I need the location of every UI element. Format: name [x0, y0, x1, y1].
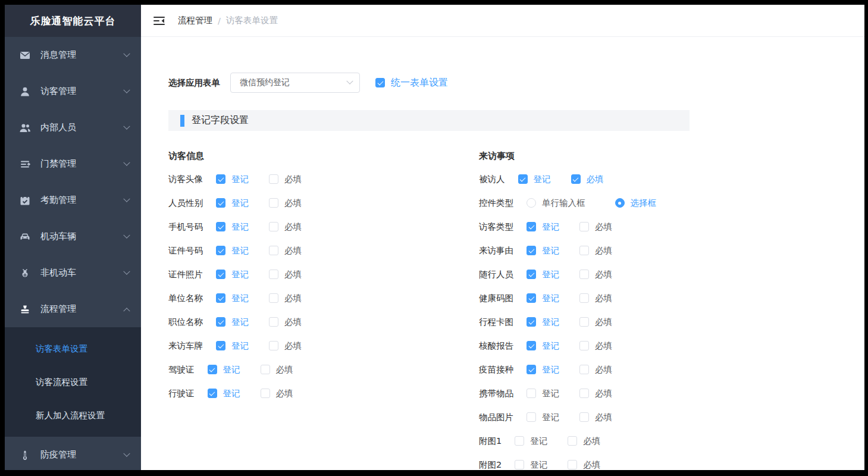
required-checkbox-group[interactable]: 必填 — [579, 317, 612, 328]
register-checkbox[interactable] — [527, 270, 536, 279]
required-checkbox[interactable] — [261, 389, 270, 398]
required-checkbox[interactable] — [579, 341, 589, 350]
required-checkbox-group[interactable]: 必填 — [579, 364, 612, 375]
register-checkbox-group[interactable]: 登记 — [518, 174, 551, 185]
register-checkbox-group[interactable]: 登记 — [527, 340, 559, 352]
required-checkbox[interactable] — [568, 436, 577, 446]
required-checkbox[interactable] — [579, 270, 589, 279]
required-checkbox-group[interactable]: 必填 — [568, 459, 600, 471]
breadcrumb-item-process[interactable]: 流程管理 — [178, 15, 212, 26]
register-checkbox-group[interactable]: 登记 — [527, 293, 559, 304]
required-checkbox[interactable] — [269, 198, 278, 208]
required-checkbox-group[interactable]: 必填 — [269, 269, 302, 280]
radio-icon[interactable] — [527, 198, 536, 208]
control-type-radio-option[interactable]: 单行输入框 — [527, 198, 585, 209]
register-checkbox[interactable] — [216, 174, 225, 184]
required-checkbox-group[interactable]: 必填 — [261, 388, 293, 399]
sidebar-item-process[interactable]: 流程管理 — [5, 291, 141, 327]
required-checkbox-group[interactable]: 必填 — [269, 174, 302, 185]
required-checkbox-group[interactable]: 必填 — [579, 412, 612, 423]
register-checkbox[interactable] — [527, 365, 536, 374]
required-checkbox[interactable] — [579, 317, 589, 327]
register-checkbox[interactable] — [208, 365, 217, 374]
required-checkbox-group[interactable]: 必填 — [579, 245, 612, 256]
radio-selected-icon[interactable] — [615, 198, 625, 208]
register-checkbox-group[interactable]: 登记 — [527, 364, 559, 375]
register-checkbox[interactable] — [527, 341, 536, 350]
register-checkbox[interactable] — [216, 293, 225, 303]
sidebar-item-non-motor[interactable]: 非机动车 — [5, 255, 141, 291]
required-checkbox[interactable] — [269, 246, 278, 255]
required-checkbox[interactable] — [568, 460, 577, 469]
register-checkbox-group[interactable]: 登记 — [527, 412, 559, 423]
required-checkbox[interactable] — [579, 412, 589, 422]
register-checkbox-group[interactable]: 登记 — [527, 221, 559, 233]
unified-form-checkbox[interactable] — [375, 78, 385, 87]
required-checkbox-group[interactable]: 必填 — [579, 293, 612, 304]
control-type-radio-option[interactable]: 选择框 — [615, 198, 657, 209]
required-checkbox-group[interactable]: 必填 — [571, 174, 604, 185]
register-checkbox-group[interactable]: 登记 — [216, 198, 249, 209]
required-checkbox-group[interactable]: 必填 — [579, 388, 612, 399]
sidebar-item-messages[interactable]: 消息管理 — [5, 37, 141, 73]
sidebar-subitem-newcomer-process-settings[interactable]: 新人加入流程设置 — [5, 399, 141, 432]
sidebar-subitem-visitor-process-settings[interactable]: 访客流程设置 — [5, 365, 141, 399]
sidebar-subitem-visitor-form-settings[interactable]: 访客表单设置 — [5, 332, 141, 365]
register-checkbox[interactable] — [527, 222, 536, 231]
sidebar-item-staff[interactable]: 内部人员 — [5, 109, 141, 146]
unified-form-checkbox-group[interactable]: 统一表单设置 — [375, 77, 448, 89]
register-checkbox-group[interactable]: 登记 — [527, 388, 559, 399]
required-checkbox[interactable] — [269, 341, 278, 350]
required-checkbox[interactable] — [579, 293, 589, 303]
register-checkbox-group[interactable]: 登记 — [527, 317, 559, 328]
register-checkbox[interactable] — [518, 174, 528, 184]
register-checkbox[interactable] — [208, 389, 217, 398]
required-checkbox[interactable] — [269, 270, 278, 279]
required-checkbox-group[interactable]: 必填 — [269, 221, 302, 233]
required-checkbox-group[interactable]: 必填 — [261, 364, 293, 375]
register-checkbox-group[interactable]: 登记 — [208, 388, 240, 399]
required-checkbox[interactable] — [269, 317, 278, 327]
required-checkbox-group[interactable]: 必填 — [269, 293, 302, 304]
sidebar-item-visitors[interactable]: 访客管理 — [5, 73, 141, 109]
register-checkbox-group[interactable]: 登记 — [216, 269, 249, 280]
required-checkbox-group[interactable]: 必填 — [579, 269, 612, 280]
register-checkbox-group[interactable]: 登记 — [208, 364, 240, 375]
required-checkbox[interactable] — [269, 174, 278, 184]
required-checkbox[interactable] — [579, 389, 589, 398]
sidebar-item-access[interactable]: 门禁管理 — [5, 146, 141, 182]
register-checkbox[interactable] — [527, 246, 536, 255]
register-checkbox[interactable] — [216, 317, 225, 327]
register-checkbox-group[interactable]: 登记 — [216, 293, 249, 304]
register-checkbox[interactable] — [515, 460, 524, 469]
required-checkbox-group[interactable]: 必填 — [568, 436, 600, 447]
register-checkbox-group[interactable]: 登记 — [216, 245, 249, 256]
register-checkbox[interactable] — [527, 412, 536, 422]
register-checkbox-group[interactable]: 登记 — [216, 340, 249, 352]
register-checkbox-group[interactable]: 登记 — [515, 436, 547, 447]
register-checkbox[interactable] — [216, 246, 225, 255]
required-checkbox[interactable] — [579, 246, 589, 255]
register-checkbox-group[interactable]: 登记 — [515, 459, 547, 471]
register-checkbox-group[interactable]: 登记 — [527, 269, 559, 280]
required-checkbox[interactable] — [571, 174, 581, 184]
register-checkbox-group[interactable]: 登记 — [527, 245, 559, 256]
required-checkbox[interactable] — [579, 365, 589, 374]
required-checkbox-group[interactable]: 必填 — [579, 340, 612, 352]
required-checkbox-group[interactable]: 必填 — [579, 221, 612, 233]
sidebar-item-attendance[interactable]: 考勤管理 — [5, 182, 141, 218]
required-checkbox[interactable] — [261, 365, 270, 374]
register-checkbox[interactable] — [216, 198, 225, 208]
register-checkbox-group[interactable]: 登记 — [216, 221, 249, 233]
register-checkbox[interactable] — [216, 222, 225, 231]
required-checkbox-group[interactable]: 必填 — [269, 317, 302, 328]
sidebar-item-epidemic[interactable]: 防疫管理 — [5, 437, 141, 470]
required-checkbox[interactable] — [269, 222, 278, 231]
register-checkbox-group[interactable]: 登记 — [216, 174, 249, 185]
register-checkbox[interactable] — [515, 436, 524, 446]
required-checkbox-group[interactable]: 必填 — [269, 198, 302, 209]
menu-fold-icon[interactable] — [153, 16, 165, 26]
register-checkbox[interactable] — [216, 341, 225, 350]
register-checkbox[interactable] — [216, 270, 225, 279]
required-checkbox-group[interactable]: 必填 — [269, 245, 302, 256]
